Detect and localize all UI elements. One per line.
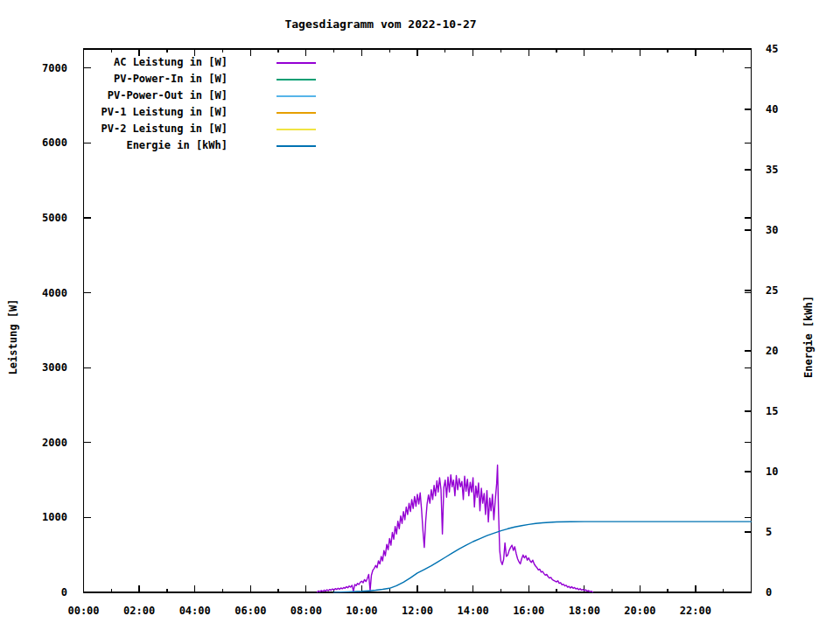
x-tick-label: 16:00	[513, 605, 544, 617]
x-tick-label: 00:00	[67, 605, 99, 617]
x-axis-ticks-bottom	[84, 585, 752, 592]
x-tick-label: 08:00	[290, 605, 322, 617]
x-tick-label: 14:00	[458, 605, 489, 617]
y2-axis-ticks-right	[745, 49, 752, 592]
y2-tick-label: 15	[766, 405, 778, 417]
tagesdiagramm-chart: Tagesdiagramm vom 2022-10-27 Leistung [W…	[0, 0, 840, 630]
legend-label: Energie in [kWh]	[126, 139, 228, 151]
y1-axis-ticks-right-mirror	[745, 68, 752, 592]
y2-axis-label: Energie [kWh]	[802, 296, 815, 378]
y2-tick-label: 35	[766, 164, 778, 176]
x-tick-label: 18:00	[569, 605, 600, 617]
y1-tick-label: 4000	[42, 287, 67, 299]
x-tick-label: 04:00	[179, 605, 211, 617]
y1-tick-label: 2000	[42, 437, 67, 449]
y2-tick-label: 45	[766, 43, 778, 55]
x-axis-ticks-top	[84, 49, 752, 56]
legend-label: PV-Power-Out in [W]	[108, 89, 228, 102]
y2-tick-label: 25	[766, 284, 778, 297]
legend-label: PV-Power-In in [W]	[114, 73, 228, 85]
y1-tick-label: 1000	[42, 511, 67, 523]
y1-tick-label: 7000	[42, 62, 67, 74]
x-tick-label: 22:00	[680, 605, 711, 617]
x-tick-label: 20:00	[624, 605, 655, 617]
y2-tick-label: 40	[766, 103, 778, 116]
y1-tick-label: 0	[61, 586, 67, 598]
x-tick-label: 06:00	[234, 605, 266, 617]
x-tick-label: 02:00	[123, 605, 155, 617]
chart-title: Tagesdiagramm vom 2022-10-27	[284, 18, 476, 31]
legend-label: PV-1 Leistung in [W]	[102, 106, 228, 118]
y1-tick-label: 6000	[42, 136, 67, 149]
y1-axis-label: Leistung [W]	[7, 299, 19, 375]
y2-tick-label: 10	[766, 466, 778, 478]
y1-axis-ticks-left	[84, 68, 91, 592]
x-tick-label: 10:00	[346, 605, 377, 617]
y2-tick-label: 0	[766, 586, 772, 598]
y1-tick-label: 3000	[42, 361, 67, 374]
y2-tick-label: 5	[766, 526, 772, 538]
legend-label: AC Leistung in [W]	[114, 56, 228, 68]
y2-tick-label: 30	[766, 224, 778, 236]
legend-label: PV-2 Leistung in [W]	[102, 122, 228, 135]
y1-tick-label: 5000	[42, 212, 67, 224]
y2-tick-label: 20	[766, 345, 778, 357]
series-line-ac-leistung-in-w-	[318, 466, 593, 592]
x-tick-label: 12:00	[402, 605, 433, 617]
